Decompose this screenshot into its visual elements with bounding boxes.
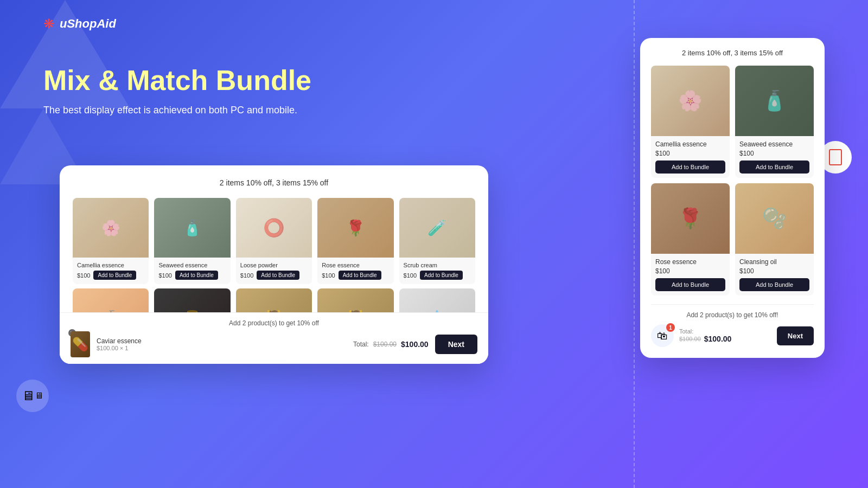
- mobile-product-img-1: [651, 66, 730, 136]
- pc-add-btn-1[interactable]: Add to Bundle: [93, 271, 136, 280]
- mobile-total-new: $100.00: [704, 335, 732, 343]
- pc-cart-thumb: [71, 331, 90, 357]
- hero-subtitle: The best display effect is achieved on b…: [43, 105, 311, 116]
- pc-cart-item-thumb-container: ✕: [71, 331, 90, 357]
- pc-cart-row: ✕ Caviar essence $100.00 × 1 Total: $100…: [71, 331, 477, 357]
- pc-product-img-3: [236, 198, 312, 258]
- mobile-cart-row: 🛍 1 Total: $100.00 $100.00 Next: [651, 324, 814, 347]
- pc-product-card-4: Rose essence $100 Add to Bundle: [317, 198, 393, 284]
- mobile-product-img-3: [651, 183, 730, 254]
- mobile-product-img-4: [735, 183, 814, 254]
- pc-total-section: Total: $100.00 $100.00: [353, 340, 429, 349]
- pc-bottom-bar: Add 2 product(s) to get 10% off ✕ Caviar…: [60, 312, 488, 364]
- mobile-product-card-3: Rose essence $100 Add to Bundle: [651, 183, 730, 296]
- mobile-product-card-4: Cleansing oil $100 Add to Bundle: [735, 183, 814, 296]
- logo-icon: ❋: [43, 16, 54, 31]
- pc-add-btn-3[interactable]: Add to Bundle: [257, 271, 299, 280]
- mobile-product-card-2: Seaweed essence $100 Add to Bundle: [735, 66, 814, 178]
- pc-product-card-5: Scrub cream $100 Add to Bundle: [399, 198, 475, 284]
- pc-add-btn-2[interactable]: Add to Bundle: [175, 271, 218, 280]
- mobile-product-info-2: Seaweed essence $100 Add to Bundle: [735, 136, 814, 178]
- pc-product-img-2: [154, 198, 230, 258]
- pc-product-img-1: [73, 198, 149, 258]
- pc-product-name-1: Camellia essence: [77, 262, 144, 268]
- mobile-next-button[interactable]: Next: [777, 326, 814, 345]
- pc-product-card-2: Seaweed essence $100 Add to Bundle: [154, 198, 230, 284]
- mobile-widget: 2 items 10% off, 3 items 15% off Camelli…: [640, 38, 825, 358]
- monitor-icon: 🖥: [35, 391, 43, 401]
- mobile-product-name-3: Rose essence: [655, 258, 725, 266]
- pc-add-btn-4[interactable]: Add to Bundle: [339, 271, 381, 280]
- pc-cart-item-name: Caviar essence: [97, 337, 347, 345]
- shopping-bag-icon: 🛍: [657, 330, 668, 342]
- pc-product-img-4: [317, 198, 393, 258]
- pc-product-card-3: Loose powder $100 Add to Bundle: [236, 198, 312, 284]
- pc-cart-item-info: Caviar essence $100.00 × 1: [97, 337, 347, 351]
- pc-total-new: $100.00: [401, 340, 429, 349]
- desktop-device-icon: 🖥: [16, 380, 49, 412]
- mobile-product-price-2: $100: [739, 150, 809, 157]
- mobile-total-old: $100.00: [679, 336, 701, 342]
- pc-cart-item-price: $100.00: [97, 345, 118, 351]
- logo-text: uShopAid: [60, 17, 116, 31]
- pc-product-grid-row1: Camellia essence $100 Add to Bundle Seaw…: [73, 198, 475, 284]
- pc-product-name-3: Loose powder: [240, 262, 308, 268]
- mobile-add-btn-3[interactable]: Add to Bundle: [655, 278, 725, 291]
- mobile-discount-label: 2 items 10% off, 3 items 15% off: [651, 49, 814, 57]
- mobile-product-name-2: Seaweed essence: [739, 140, 809, 148]
- pc-product-price-4: $100: [322, 272, 335, 279]
- mobile-total-info: Total: $100.00 $100.00: [679, 328, 771, 343]
- mobile-product-price-1: $100: [655, 150, 725, 157]
- pc-product-img-5: [399, 198, 475, 258]
- pc-widget: 2 items 10% off, 3 items 15% off Camelli…: [60, 165, 488, 364]
- pc-product-price-5: $100: [404, 272, 417, 279]
- pc-cart-item-qty: × 1: [120, 345, 129, 351]
- mobile-add-btn-1[interactable]: Add to Bundle: [655, 160, 725, 174]
- pc-product-name-2: Seaweed essence: [158, 262, 226, 268]
- phone-icon: [829, 149, 842, 165]
- pc-product-price-1: $100: [77, 272, 90, 279]
- mobile-prices: $100.00 $100.00: [679, 335, 771, 343]
- pc-product-card-1: Camellia essence $100 Add to Bundle: [73, 198, 149, 284]
- mobile-product-info-3: Rose essence $100 Add to Bundle: [651, 254, 730, 296]
- mobile-add-message: Add 2 product(s) to get 10% off!: [651, 311, 814, 319]
- pc-discount-label: 2 items 10% off, 3 items 15% off: [73, 178, 475, 187]
- mobile-product-img-2: [735, 66, 814, 136]
- pc-product-price-3: $100: [240, 272, 253, 279]
- mobile-product-grid: Camellia essence $100 Add to Bundle Seaw…: [651, 66, 814, 296]
- pc-product-price-2: $100: [158, 272, 171, 279]
- pc-product-name-5: Scrub cream: [404, 262, 471, 268]
- mobile-cart-badge: 1: [666, 323, 675, 332]
- mobile-bottom-bar: Add 2 product(s) to get 10% off! 🛍 1 Tot…: [651, 304, 814, 347]
- mobile-product-info-4: Cleansing oil $100 Add to Bundle: [735, 254, 814, 296]
- pc-add-btn-5[interactable]: Add to Bundle: [420, 271, 463, 280]
- mobile-product-name-1: Camellia essence: [655, 140, 725, 148]
- pc-product-name-4: Rose essence: [322, 262, 389, 268]
- mobile-add-btn-4[interactable]: Add to Bundle: [739, 278, 809, 291]
- mobile-product-info-1: Camellia essence $100 Add to Bundle: [651, 136, 730, 178]
- mobile-product-price-3: $100: [655, 267, 725, 275]
- pc-total-label: Total:: [353, 341, 369, 348]
- header: ❋ uShopAid: [43, 16, 116, 31]
- mobile-product-price-4: $100: [739, 267, 809, 275]
- pc-next-button[interactable]: Next: [435, 335, 477, 354]
- hero-title: Mix & Match Bundle: [43, 65, 311, 96]
- pc-cart-item-detail: $100.00 × 1: [97, 345, 347, 351]
- mobile-cart-icon-container: 🛍 1: [651, 324, 674, 347]
- mobile-total-label: Total:: [679, 328, 771, 335]
- mobile-add-btn-2[interactable]: Add to Bundle: [739, 160, 809, 174]
- pc-total-old: $100.00: [373, 341, 397, 348]
- mobile-product-name-4: Cleansing oil: [739, 258, 809, 266]
- pc-add-message: Add 2 product(s) to get 10% off: [71, 319, 477, 327]
- mobile-product-card-1: Camellia essence $100 Add to Bundle: [651, 66, 730, 178]
- hero-section: Mix & Match Bundle The best display effe…: [43, 65, 311, 116]
